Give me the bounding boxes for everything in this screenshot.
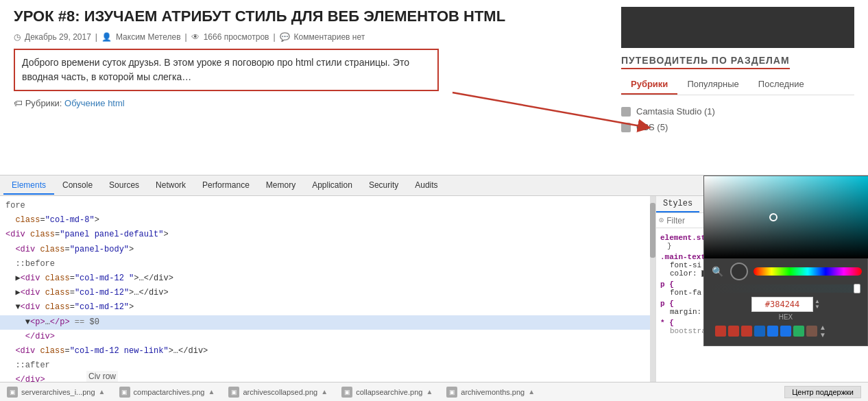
picker-row1: 🔍 (710, 263, 862, 280)
html-line: ▼<div class="col-md-12"> (0, 300, 655, 315)
article-tags: 🏷 Рубрики: Обучение html (14, 98, 607, 108)
download-arrow-icon[interactable]: ▲ (208, 388, 215, 396)
style-selector: element.st (660, 234, 706, 242)
filter-icon: ⊙ (659, 215, 664, 226)
article-excerpt: Доброго времени суток друзья. В этом уро… (14, 49, 439, 91)
tab-rubrics[interactable]: Рубрики (621, 75, 677, 95)
opacity-slider[interactable] (710, 284, 862, 293)
hex-arrows: ▲ ▼ (815, 299, 820, 310)
tab-popular[interactable]: Популярные (677, 75, 748, 95)
devtools-tab-audits[interactable]: Audits (407, 177, 446, 195)
scrollbar-thumb[interactable] (650, 203, 655, 258)
meta-author-icon: 👤 (101, 32, 112, 42)
support-button[interactable]: Центр поддержки (784, 386, 861, 398)
hue-slider[interactable] (754, 267, 862, 276)
html-line: class="col-md-8"> (0, 213, 655, 228)
devtools-tab-elements[interactable]: Elements (3, 177, 54, 195)
download-file-icon: ▣ (446, 387, 457, 398)
eyedropper-button[interactable]: 🔍 (710, 264, 725, 279)
style-selector: .main-text (660, 253, 706, 261)
meta-sep2: | (185, 32, 187, 42)
color-gradient[interactable] (704, 176, 868, 258)
article-title: УРОК #8: ИЗУЧАЕМ АТРИБУТ СТИЛЬ ДЛЯ ВЕБ Э… (14, 7, 607, 27)
html-line: <div class="panel panel-default"> (0, 228, 655, 242)
meta-views-icon: 👁 (191, 32, 200, 42)
hex-row: ▲ ▼ (710, 297, 862, 312)
html-line: ▶<div class="col-md-12 ">…</div> (0, 271, 655, 286)
meta-date-icon: ◷ (14, 32, 21, 42)
color-swatch[interactable] (728, 326, 739, 337)
download-file-icon: ▣ (228, 387, 239, 398)
sidebar-tabs: Рубрики Популярные Последние (621, 75, 854, 95)
download-item[interactable]: ▣ collapsearchive.png ▲ (341, 387, 433, 398)
download-item[interactable]: ▣ compactarchives.png ▲ (119, 387, 215, 398)
color-swatch[interactable] (767, 326, 778, 337)
download-item[interactable]: ▣ archivemonths.png ▲ (446, 387, 535, 398)
picker-controls: 🔍 ▲ ▼ HEX (704, 258, 867, 345)
download-file-icon: ▣ (7, 387, 18, 398)
color-swatch[interactable] (715, 326, 726, 337)
meta-comments-icon: 💬 (280, 32, 290, 42)
article-meta: ◷ Декабрь 29, 2017 | 👤 Максим Метелев | … (14, 32, 607, 42)
opacity-thumb (854, 284, 860, 293)
download-arrow-icon[interactable]: ▲ (99, 388, 106, 396)
devtools-tab-security[interactable]: Security (361, 177, 407, 195)
hex-arrow-down[interactable]: ▼ (815, 304, 820, 310)
sidebar-link-css[interactable]: CSS (5) (621, 119, 854, 135)
download-item[interactable]: ▣ serverarchives_i...png ▲ (7, 387, 106, 398)
color-swatch[interactable] (741, 326, 752, 337)
devtools-tab-console[interactable]: Console (54, 177, 101, 195)
html-line: <div class="col-md-12 new-link">…</div> (0, 344, 655, 359)
tab-latest[interactable]: Последние (749, 75, 814, 95)
devtools-tab-performance[interactable]: Performance (194, 177, 258, 195)
download-filename: serverarchives_i...png (21, 388, 95, 396)
download-arrow-icon[interactable]: ▲ (321, 388, 328, 396)
style-selector: * { (660, 319, 674, 327)
meta-author: Максим Метелев (116, 32, 181, 42)
main-content-area: УРОК #8: ИЗУЧАЕМ АТРИБУТ СТИЛЬ ДЛЯ ВЕБ Э… (0, 0, 868, 175)
html-panel[interactable]: fore class="col-md-8"> <div class="panel… (0, 196, 655, 398)
download-item[interactable]: ▣ archivescollapsed.png ▲ (228, 387, 328, 398)
color-cursor (769, 213, 777, 221)
sidebar-link-camtasia[interactable]: Camtasia Studio (1) (621, 104, 854, 119)
article-tag-link[interactable]: Обучение html (64, 98, 125, 108)
sidebar-image (621, 7, 854, 48)
hex-label: HEX (710, 313, 862, 321)
download-filename: compactarchives.png (134, 388, 205, 396)
html-line: fore (0, 199, 655, 213)
hex-input[interactable] (751, 297, 813, 312)
meta-comments: Комментариев нет (294, 32, 365, 42)
html-line: </div> (0, 330, 655, 344)
dot-icon (621, 107, 631, 117)
devtools-tab-memory[interactable]: Memory (258, 177, 304, 195)
color-swatch[interactable] (793, 326, 804, 337)
download-filename: collapsearchive.png (356, 388, 422, 396)
meta-sep1: | (95, 32, 97, 42)
style-selector: p { (660, 300, 674, 308)
devtools-tab-application[interactable]: Application (304, 177, 361, 195)
meta-views: 1666 просмотров (204, 32, 269, 42)
color-swatch[interactable] (780, 326, 791, 337)
article-section: УРОК #8: ИЗУЧАЕМ АТРИБУТ СТИЛЬ ДЛЯ ВЕБ Э… (14, 7, 621, 168)
style-selector: p { (660, 280, 674, 289)
download-arrow-icon[interactable]: ▲ (426, 388, 433, 396)
color-preview (730, 263, 748, 280)
color-swatch[interactable] (754, 326, 765, 337)
meta-date: Декабрь 29, 2017 (25, 32, 91, 42)
color-swatch[interactable] (806, 326, 817, 337)
download-filename: archivescollapsed.png (243, 388, 317, 396)
downloads-bar: ▣ serverarchives_i...png ▲ ▣ compactarch… (0, 382, 868, 401)
dot-icon (621, 123, 631, 132)
meta-sep3: | (273, 32, 275, 42)
download-filename: archivemonths.png (461, 388, 525, 396)
devtools-tab-network[interactable]: Network (147, 177, 194, 195)
html-line-highlighted: ▼<p>…</p> == $0 (0, 315, 655, 330)
html-line: ▶<div class="col-md-12">…</div> (0, 286, 655, 300)
download-file-icon: ▣ (119, 387, 130, 398)
swatch-expand-icon[interactable]: ▲▼ (819, 324, 826, 339)
scrollbar[interactable] (650, 196, 655, 386)
download-arrow-icon[interactable]: ▲ (528, 388, 535, 396)
devtools-tab-sources[interactable]: Sources (101, 177, 147, 195)
guide-title: ПУТЕВОДИТЕЛЬ ПО РАЗДЕЛАМ (621, 55, 790, 69)
styles-tab-styles[interactable]: Styles (656, 196, 699, 212)
